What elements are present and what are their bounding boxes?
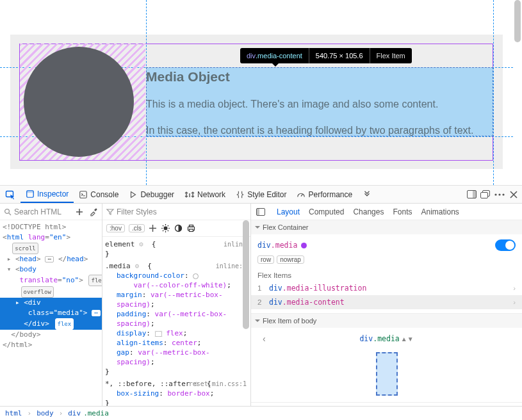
overflow-badge[interactable]: overflow [21, 286, 54, 298]
tab-animations[interactable]: Animations [421, 207, 459, 216]
flex-item-nav[interactable]: ‹ div.media▲▼ [257, 332, 516, 346]
svg-point-10 [498, 193, 500, 195]
flex-swatch-icon[interactable] [155, 331, 162, 337]
ellipsis-icon[interactable]: ⋯ [92, 310, 101, 316]
light-scheme-button[interactable] [161, 224, 170, 233]
overlay-color-swatch[interactable] [301, 243, 307, 248]
rules-pane: Filter Styles :hov .cls inline element ⚙… [102, 204, 251, 406]
add-node-button[interactable] [75, 207, 84, 216]
media-paragraph: This is a media object. There's an image… [146, 99, 438, 110]
print-media-button[interactable] [187, 224, 196, 233]
tab-network[interactable]: Network [179, 186, 231, 203]
tab-console[interactable]: Console [74, 186, 124, 203]
tab-changes[interactable]: Changes [353, 207, 384, 216]
tab-inspector[interactable]: Inspector [20, 186, 74, 203]
rules-list[interactable]: inline element ⚙ {} inline:5 .media ⚙ { … [102, 237, 250, 406]
devtools-toolbar: Inspector Console Debugger Network Style… [0, 186, 522, 204]
dom-tree[interactable]: <!DOCTYPE html> <html lang="en"> scroll … [0, 220, 102, 406]
dock-window-button[interactable] [481, 190, 490, 199]
search-html-input[interactable]: Search HTML [0, 207, 71, 216]
flex-direction-chip: row [257, 255, 274, 264]
tab-computed[interactable]: Computed [309, 207, 344, 216]
flex-item-row[interactable]: 1 div.media-illustration › [257, 281, 516, 295]
flex-badge[interactable]: flex [88, 275, 102, 286]
tab-debugger[interactable]: Debugger [124, 186, 179, 203]
flex-wrap-chip: nowrap [277, 255, 304, 264]
element-info-tooltip: div.media-content 540.75 × 105.6 Flex It… [240, 48, 412, 63]
tab-layout[interactable]: Layout [277, 207, 300, 216]
rules-scrollbar[interactable] [241, 220, 250, 406]
svg-point-0 [24, 47, 134, 157]
svg-rect-6 [473, 191, 476, 198]
tab-performance[interactable]: Performance [291, 186, 357, 203]
svg-point-9 [494, 193, 496, 195]
svg-rect-8 [481, 192, 488, 198]
svg-rect-16 [190, 225, 193, 227]
pick-element-button[interactable] [0, 186, 20, 203]
viewport-scrollbar[interactable] [513, 0, 522, 185]
layout-pane: Layout Computed Changes Fonts Animations… [251, 204, 522, 406]
media-heading: Media Object [146, 69, 230, 85]
svg-point-12 [5, 209, 10, 213]
filter-styles-input[interactable]: Filter Styles [106, 207, 247, 216]
flex-badge[interactable]: flex [55, 318, 74, 330]
pseudo-hov-toggle[interactable]: :hov [106, 224, 125, 232]
guide-line [493, 0, 494, 185]
cls-toggle[interactable]: .cls [129, 224, 145, 232]
svg-point-11 [502, 193, 504, 195]
meatballs-menu[interactable] [495, 190, 504, 199]
sidebar-toggle-icon[interactable] [256, 207, 265, 216]
svg-rect-3 [27, 190, 34, 193]
ellipsis-icon[interactable]: ⋯ [45, 256, 54, 262]
tab-style-editor[interactable]: Style Editor [231, 186, 291, 203]
svg-rect-4 [80, 191, 87, 198]
flex-items-label: Flex Items [257, 271, 516, 279]
tab-fonts[interactable]: Fonts [393, 207, 412, 216]
add-rule-button[interactable] [149, 224, 158, 233]
dock-side-button[interactable] [467, 190, 476, 199]
flex-overlay-toggle[interactable] [495, 239, 516, 251]
eyedropper-button[interactable] [89, 207, 98, 216]
flex-item-row[interactable]: 2 div.media-content › [251, 295, 522, 309]
tabs-overflow[interactable] [357, 186, 377, 203]
media-paragraph: In this case, the content is a heading f… [146, 125, 473, 136]
dark-scheme-button[interactable] [174, 224, 183, 233]
flex-item-of-section-header[interactable]: Flex Item of body [251, 314, 522, 328]
breadcrumb[interactable]: html body div.media [0, 406, 522, 420]
flex-item-diagram [257, 346, 516, 398]
page-viewport: Media Object This is a media object. The… [0, 0, 522, 186]
scroll-badge[interactable]: scroll [12, 243, 38, 254]
color-swatch-icon[interactable] [193, 273, 199, 279]
svg-rect-19 [257, 209, 259, 215]
flex-container-section-header[interactable]: Flex Container [251, 220, 522, 234]
close-devtools-button[interactable] [509, 190, 518, 199]
selected-dom-node[interactable]: ▸ <div [0, 298, 102, 308]
media-illustration [20, 44, 145, 160]
svg-rect-17 [190, 229, 193, 232]
svg-point-13 [164, 227, 168, 230]
markup-pane: Search HTML <!DOCTYPE html> <html lang="… [0, 204, 102, 406]
